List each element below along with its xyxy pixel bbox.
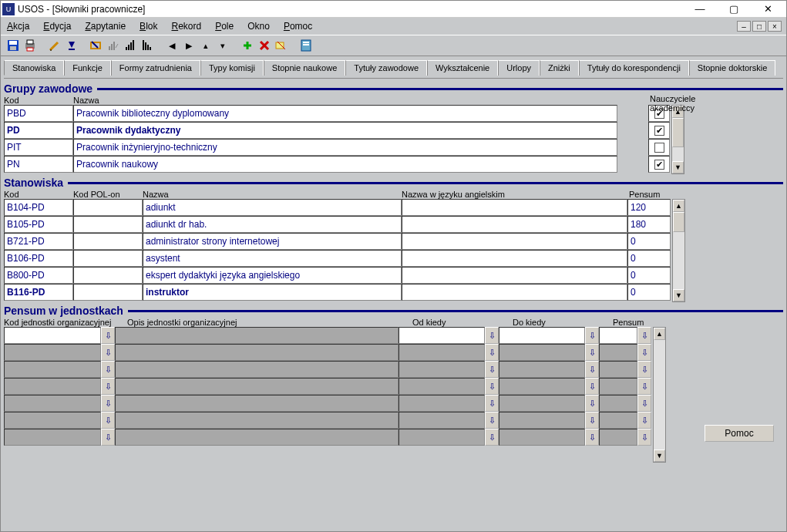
- menu-okno[interactable]: Okno: [247, 21, 270, 32]
- grupy-checkbox[interactable]: ✔: [648, 156, 670, 173]
- lookup-button[interactable]: ⇩: [101, 412, 115, 429]
- grupy-kod[interactable]: PN: [4, 156, 73, 173]
- pensum-value[interactable]: [599, 378, 637, 395]
- menu-rekord[interactable]: Rekord: [171, 21, 201, 32]
- stan-nazwa[interactable]: adiunkt: [143, 199, 402, 216]
- stan-polon[interactable]: [73, 233, 143, 250]
- lookup-button[interactable]: ⇩: [101, 344, 115, 361]
- grupy-kod[interactable]: PD: [4, 122, 73, 139]
- grupy-kod[interactable]: PIT: [4, 139, 73, 156]
- close-button[interactable]: ✕: [751, 2, 785, 17]
- lookup-button[interactable]: ⇩: [637, 429, 651, 446]
- pensum-kod-jedn[interactable]: [4, 344, 101, 361]
- lookup-button[interactable]: ⇩: [585, 412, 599, 429]
- grupy-nazwa[interactable]: Pracownik dydaktyczny: [73, 122, 617, 139]
- pensum-do[interactable]: [499, 378, 585, 395]
- maximize-button[interactable]: ▢: [717, 2, 751, 17]
- pensum-od[interactable]: [399, 327, 485, 344]
- scroll-up-icon[interactable]: ▲: [673, 200, 684, 212]
- stan-polon[interactable]: [73, 199, 143, 216]
- grupy-nazwa[interactable]: Pracownik biblioteczny dyplomowany: [73, 105, 617, 122]
- lookup-button[interactable]: ⇩: [585, 429, 599, 446]
- menu-edycja[interactable]: Edycja: [43, 21, 71, 32]
- tab-wykształcenie[interactable]: Wykształcenie: [427, 60, 498, 76]
- add-icon[interactable]: [240, 38, 255, 53]
- stan-kod[interactable]: B116-PD: [4, 284, 73, 301]
- pensum-kod-jedn[interactable]: [4, 327, 101, 344]
- grupy-checkbox[interactable]: [648, 139, 670, 156]
- clear-icon[interactable]: [274, 38, 289, 53]
- grupy-scrollbar[interactable]: ▲ ▼: [671, 105, 684, 174]
- menu-akcja[interactable]: Akcja: [7, 21, 29, 32]
- lookup-button[interactable]: ⇩: [585, 344, 599, 361]
- lookup-button[interactable]: ⇩: [637, 395, 651, 412]
- pensum-od[interactable]: [399, 429, 485, 446]
- tab-stopnie-doktorskie[interactable]: Stopnie doktorskie: [689, 60, 776, 76]
- stan-pensum[interactable]: 0: [627, 233, 671, 250]
- pensum-od[interactable]: [399, 395, 485, 412]
- lookup-button[interactable]: ⇩: [637, 378, 651, 395]
- stan-nazwa[interactable]: asystent: [143, 250, 402, 267]
- grupy-checkbox[interactable]: ✔: [648, 122, 670, 139]
- lookup-button[interactable]: ⇩: [485, 412, 499, 429]
- menu-pomoc[interactable]: Pomoc: [284, 21, 312, 32]
- stan-pensum[interactable]: 180: [627, 216, 671, 233]
- pensum-value[interactable]: [599, 412, 637, 429]
- bars1-icon[interactable]: [123, 38, 138, 53]
- menu-pole[interactable]: Pole: [215, 21, 234, 32]
- print-icon[interactable]: [22, 38, 38, 53]
- pensum-do[interactable]: [499, 361, 585, 378]
- scroll-up-icon[interactable]: ▲: [654, 328, 665, 340]
- nav-right-icon[interactable]: ▶: [181, 38, 197, 53]
- stan-polon[interactable]: [73, 267, 143, 284]
- grupy-nazwa[interactable]: Pracownik naukowy: [73, 156, 617, 173]
- tab-funkcje[interactable]: Funkcje: [64, 60, 111, 76]
- stan-pensum[interactable]: 0: [627, 284, 671, 301]
- pensum-value[interactable]: [599, 327, 637, 344]
- stan-polon[interactable]: [73, 216, 143, 233]
- grupy-nazwa[interactable]: Pracownik inżynieryjno-techniczny: [73, 139, 617, 156]
- pensum-scrollbar[interactable]: ▲ ▼: [653, 327, 666, 463]
- stan-nazwa[interactable]: adiunkt dr hab.: [143, 216, 402, 233]
- pensum-do[interactable]: [499, 327, 585, 344]
- stan-kod[interactable]: B105-PD: [4, 216, 73, 233]
- stan-pensum[interactable]: 0: [627, 250, 671, 267]
- stan-nazwa[interactable]: administrator strony internetowej: [143, 233, 402, 250]
- pensum-kod-jedn[interactable]: [4, 412, 101, 429]
- stan-polon[interactable]: [73, 250, 143, 267]
- lookup-button[interactable]: ⇩: [485, 429, 499, 446]
- lookup-button[interactable]: ⇩: [101, 361, 115, 378]
- scroll-down-icon[interactable]: ▼: [654, 450, 665, 462]
- stan-nazwa-en[interactable]: [402, 267, 627, 284]
- lookup-button[interactable]: ⇩: [485, 344, 499, 361]
- pensum-kod-jedn[interactable]: [4, 361, 101, 378]
- lookup-button[interactable]: ⇩: [637, 344, 651, 361]
- tab-tytuły-do-korespondencji[interactable]: Tytuły do korespondencji: [579, 60, 689, 76]
- stan-nazwa-en[interactable]: [402, 284, 627, 301]
- stan-kod[interactable]: B106-PD: [4, 250, 73, 267]
- lookup-button[interactable]: ⇩: [485, 395, 499, 412]
- lookup-button[interactable]: ⇩: [637, 327, 651, 344]
- lookup-button[interactable]: ⇩: [637, 361, 651, 378]
- pensum-do[interactable]: [499, 344, 585, 361]
- stan-nazwa[interactable]: instruktor: [143, 284, 402, 301]
- lookup-button[interactable]: ⇩: [485, 361, 499, 378]
- pensum-value[interactable]: [599, 361, 637, 378]
- pensum-od[interactable]: [399, 378, 485, 395]
- edit-icon[interactable]: [47, 38, 62, 53]
- lookup-button[interactable]: ⇩: [101, 327, 115, 344]
- pensum-do[interactable]: [499, 412, 585, 429]
- nav-up-icon[interactable]: ▴: [198, 38, 214, 53]
- stan-nazwa-en[interactable]: [402, 233, 627, 250]
- delete-icon[interactable]: [257, 38, 272, 53]
- pensum-kod-jedn[interactable]: [4, 395, 101, 412]
- pensum-do[interactable]: [499, 429, 585, 446]
- chart-icon[interactable]: [106, 38, 121, 53]
- minimize-button[interactable]: —: [683, 2, 717, 17]
- stan-kod[interactable]: B721-PD: [4, 233, 73, 250]
- menu-zapytanie[interactable]: Zapytanie: [85, 21, 126, 32]
- pensum-kod-jedn[interactable]: [4, 429, 101, 446]
- lookup-button[interactable]: ⇩: [101, 378, 115, 395]
- tab-stopnie-naukowe[interactable]: Stopnie naukowe: [264, 60, 345, 76]
- lookup-button[interactable]: ⇩: [101, 429, 115, 446]
